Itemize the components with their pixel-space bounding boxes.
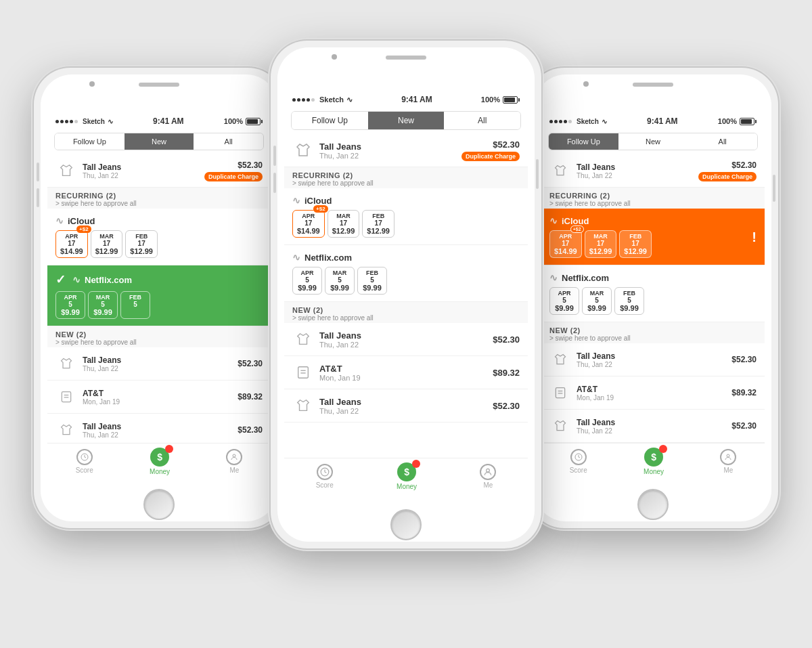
netflix-day-left-1: 5 [60,301,81,308]
tab-followup-right[interactable]: Follow Up [549,133,618,150]
new-tx-1-center: Tall Jeans Thu, Jan 22 $52.30 [284,323,528,356]
nav-me-right[interactable]: Me [720,449,736,474]
new-tx-2-right: AT&T Mon, Jan 19 $89.32 [541,376,765,410]
tab-followup-center[interactable]: Follow Up [292,112,368,129]
wifi-icon-netflix-right: ∿ [549,272,558,283]
bill-icon-center [292,362,314,383]
speaker-left [139,83,179,87]
tab-all-left[interactable]: All [194,133,263,150]
nav-money-right[interactable]: $ Money [644,448,664,475]
swipe-label-center: > swipe here to approve all [292,179,520,187]
new-swipe-left: > swipe here to approve all [55,339,263,346]
bill-icon-left [55,386,77,408]
pill-day-left-3: 17 [130,240,153,247]
netflix-month-left-1: APR [60,294,81,301]
me-label-left: Me [229,467,239,474]
status-bar-center: Sketch ∿ 9:41 AM 100% [284,92,528,107]
new-header-right: NEW (2) > swipe here to approve all [541,322,765,343]
shirt-icon-right [549,160,571,181]
new-header-left: NEW (2) > swipe here to approve all [47,326,271,347]
money-badge-left [165,445,173,453]
duplicate-badge-right: Duplicate Charge [698,172,757,181]
battery-icon-center [503,96,520,104]
netflix-row-left: ✓ ∿ Netflix.com APR 5 $9.99 MAR [47,265,271,326]
icloud-name-left: iCloud [68,216,95,226]
icloud-row-left: ∿ iCloud +$2 APR 17 $14.99 MAR [47,209,271,265]
money-badge-center [412,460,420,468]
battery-pct-right: 100% [718,117,737,125]
nav-score-right[interactable]: Score [570,449,587,474]
tab-all-center[interactable]: All [444,112,520,129]
icloud-name-right: iCloud [562,216,589,226]
new-tx-3-right: Tall Jeans Thu, Jan 22 $52.30 [541,410,765,443]
carrier-right: Sketch [577,118,599,125]
pill-month-left-2: MAR [95,233,118,240]
wifi-icon-right: ∿ [602,118,607,125]
netflix-price-left-1: $9.99 [60,308,81,316]
netflix-row-center: ∿ Netflix.com APR 5 $9.99 MAR 5 [284,245,528,302]
new-tx-2-center: AT&T Mon, Jan 19 $89.32 [284,356,528,389]
carrier-center: Sketch [319,95,344,104]
nav-me-left[interactable]: Me [226,449,242,474]
shirt-icon-new1-right [549,349,571,370]
shirt-icon-new1-center [292,328,314,350]
wifi-icon-icloud-center: ∿ [292,195,300,206]
money-icon-center: $ [397,462,416,481]
netflix-day-left-2: 5 [93,301,113,308]
home-button-center[interactable] [390,509,422,540]
phones-container: Sketch ∿ 9:41 AM 100% Follow Up [0,0,812,648]
wifi-icon-netflix-left: ∿ [72,274,81,285]
pill-price-left-2: $12.99 [95,247,118,255]
money-badge-right [659,445,667,453]
shirt-icon-left [55,160,77,181]
shirt-icon-new1-left [55,353,77,374]
tab-followup-left[interactable]: Follow Up [55,133,125,150]
camera-left [89,81,95,87]
swipe-label-right: > swipe here to approve all [549,200,757,207]
bottom-nav-center: Score $ Money [284,458,528,496]
home-button-right[interactable] [637,489,669,520]
carrier-left: Sketch [83,118,105,125]
me-icon-center [480,464,496,480]
recurring-title-right: RECURRING (2) [549,192,757,200]
scroll-left: Tall Jeans Thu, Jan 22 $52.30 Duplicate … [47,154,271,443]
score-label-center: Score [316,481,334,489]
tab-new-left[interactable]: New [125,133,194,150]
home-button-left[interactable] [143,489,175,520]
phone-right: Sketch ∿ 9:41 AM 100% Follow Up [528,68,778,528]
money-label-right: Money [644,468,664,475]
icloud-row-center: ∿ iCloud +$2 APR 17 $14.99 MAR [284,188,528,245]
nav-money-left[interactable]: $ Money [150,448,170,475]
tab-new-center[interactable]: New [368,112,445,129]
bottom-nav-left: Score $ Money [47,443,271,481]
new-header-center: NEW (2) > swipe here to approve all [284,302,528,323]
tab-new-right[interactable]: New [618,133,688,150]
new-swipe-center: > swipe here to approve all [292,314,520,322]
pill-price-left-1: $14.99 [60,247,83,255]
nav-score-left[interactable]: Score [76,449,93,474]
recurring-header-left: RECURRING (2) > swipe here to approve al… [47,188,271,209]
me-icon-right [720,449,736,465]
netflix-name-left: Netflix.com [85,275,132,285]
nav-me-center[interactable]: Me [480,464,496,489]
new-title-left: NEW (2) [55,330,263,339]
me-label-right: Me [723,467,733,474]
icloud-name-center: iCloud [304,196,332,206]
score-icon-center [317,464,333,480]
duplicate-badge-left: Duplicate Charge [204,172,263,181]
shirt-icon-new3-right [549,415,571,437]
bottom-nav-right: Score $ Money [541,443,765,481]
battery-pct-center: 100% [481,95,500,104]
score-label-right: Score [570,467,587,474]
tx-name-1-left: Tall Jeans [83,163,204,172]
tab-all-right[interactable]: All [687,133,757,150]
nav-money-center[interactable]: $ Money [397,462,417,490]
new-title-center: NEW (2) [292,306,520,314]
time-right: 9:41 AM [647,116,678,126]
tab-bar-left: Follow Up New All [54,133,264,150]
camera-center [332,54,337,60]
netflix-day-left-3: 5 [125,301,145,308]
money-icon-right: $ [644,448,663,467]
nav-score-center[interactable]: Score [316,464,334,489]
new-title-right: NEW (2) [549,326,757,334]
